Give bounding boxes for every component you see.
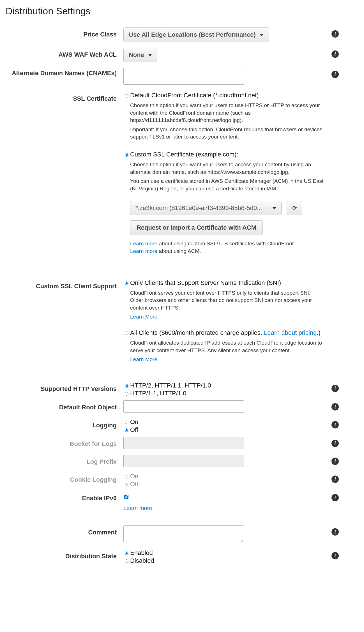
ssl-custom-desc2: You can use a certificate stored in AWS … xyxy=(130,177,325,192)
ssl-custom-desc1: Choose this option if you want your user… xyxy=(130,161,325,176)
learn-more-acm-link[interactable]: Learn more xyxy=(130,248,157,254)
cookie-off-label: Off xyxy=(130,481,138,488)
ssl-cert-value: *.ze3kr.com (81961e0e-a7f3-4390-85b8-5d0… xyxy=(135,204,272,212)
pricing-link[interactable]: Learn about pricing xyxy=(264,329,317,336)
sni-learn-link[interactable]: Learn More xyxy=(130,314,157,320)
chevron-down-icon xyxy=(272,207,276,209)
info-icon[interactable]: i xyxy=(331,476,339,483)
chevron-down-icon xyxy=(148,54,152,56)
chevron-down-icon xyxy=(260,34,264,36)
refresh-button[interactable]: ⟳ xyxy=(287,201,302,215)
comment-label: Comment xyxy=(6,525,123,536)
ssl-custom-label: Custom SSL Certificate (example.com): xyxy=(130,151,238,158)
sni-desc: CloudFront serves your content over HTTP… xyxy=(130,289,325,312)
price-class-select[interactable]: Use All Edge Locations (Best Performance… xyxy=(123,27,269,42)
logging-on-label: On xyxy=(130,418,138,426)
sni-label: Only Clients that Support Server Name In… xyxy=(130,279,281,287)
http11-label: HTTP/1.1, HTTP/1.0 xyxy=(130,390,186,397)
learn-more-ssl-text: about using custom SSL/TLS certificates … xyxy=(157,241,295,246)
request-cert-button[interactable]: Request or Import a Certificate with ACM xyxy=(130,220,263,235)
ssl-custom-radio[interactable] xyxy=(125,153,128,157)
logging-off-label: Off xyxy=(130,426,138,433)
price-class-label: Price Class xyxy=(6,27,123,38)
state-enabled-label: Enabled xyxy=(130,549,153,557)
bucket-logs-label: Bucket for Logs xyxy=(6,437,123,448)
ipv6-label: Enable IPv6 xyxy=(6,491,123,502)
ssl-default-label: Default CloudFront Certificate (*.cloudf… xyxy=(130,92,259,99)
root-object-label: Default Root Object xyxy=(6,400,123,411)
waf-select[interactable]: None xyxy=(123,48,157,62)
all-clients-label-post: .) xyxy=(317,329,320,336)
root-object-input[interactable] xyxy=(123,400,244,413)
logging-label: Logging xyxy=(6,418,123,429)
bucket-logs-input xyxy=(123,437,244,449)
ssl-cert-select[interactable]: *.ze3kr.com (81961e0e-a7f3-4390-85b8-5d0… xyxy=(130,201,282,215)
price-class-value: Use All Edge Locations (Best Performance… xyxy=(129,31,256,38)
state-disabled-label: Disabled xyxy=(130,557,154,564)
info-icon[interactable]: i xyxy=(331,494,339,501)
log-prefix-label: Log Prefix xyxy=(6,455,123,465)
waf-label: AWS WAF Web ACL xyxy=(6,48,123,58)
waf-value: None xyxy=(129,51,144,59)
info-icon[interactable]: i xyxy=(331,50,339,58)
logging-off-radio[interactable] xyxy=(125,428,128,432)
comment-input[interactable] xyxy=(123,525,244,542)
info-icon[interactable]: i xyxy=(331,458,339,465)
ssl-default-radio[interactable] xyxy=(125,94,128,98)
state-enabled-radio[interactable] xyxy=(125,552,128,555)
cnames-input[interactable] xyxy=(123,68,244,85)
ssl-default-desc2: Important: If you choose this option, Cl… xyxy=(130,126,325,141)
info-icon[interactable]: i xyxy=(331,552,339,559)
all-clients-label-pre: All Clients ($600/month prorated charge … xyxy=(130,329,264,336)
ssl-default-desc1: Choose this option if you want your user… xyxy=(130,102,325,124)
learn-more-acm-text: about using ACM. xyxy=(157,248,201,254)
all-clients-learn-link[interactable]: Learn More xyxy=(130,356,157,362)
cnames-label: Alternate Domain Names (CNAMEs) xyxy=(6,68,123,77)
state-label: Distribution State xyxy=(6,549,123,560)
state-disabled-radio[interactable] xyxy=(125,559,128,563)
info-icon[interactable]: i xyxy=(331,528,339,536)
info-icon[interactable]: i xyxy=(331,30,339,38)
http2-label: HTTP/2, HTTP/1.1, HTTP/1.0 xyxy=(130,382,211,389)
http2-radio[interactable] xyxy=(125,384,128,388)
cookie-off-radio xyxy=(125,483,128,486)
cookie-logging-label: Cookie Logging xyxy=(6,473,123,483)
log-prefix-input xyxy=(123,455,244,467)
refresh-icon: ⟳ xyxy=(292,205,297,211)
info-icon[interactable]: i xyxy=(331,71,339,78)
info-icon[interactable]: i xyxy=(331,403,339,410)
client-support-label: Custom SSL Client Support xyxy=(6,279,123,290)
info-icon[interactable]: i xyxy=(331,385,339,392)
http-versions-label: Supported HTTP Versions xyxy=(6,382,123,393)
all-clients-desc: CloudFront allocates dedicated IP addres… xyxy=(130,339,325,354)
cookie-on-label: On xyxy=(130,473,138,480)
sni-radio[interactable] xyxy=(125,282,128,285)
logging-on-radio[interactable] xyxy=(125,421,128,424)
cookie-on-radio xyxy=(125,475,128,479)
all-clients-radio[interactable] xyxy=(125,331,128,335)
info-icon[interactable]: i xyxy=(331,440,339,447)
http11-radio[interactable] xyxy=(125,392,128,396)
info-icon[interactable]: i xyxy=(331,421,339,428)
ipv6-learn-link[interactable]: Learn more xyxy=(123,505,152,511)
ssl-cert-label: SSL Certificate xyxy=(6,92,123,102)
learn-more-ssl-link[interactable]: Learn more xyxy=(130,241,157,246)
ipv6-checkbox[interactable] xyxy=(124,494,129,499)
page-title: Distribution Settings xyxy=(6,6,358,19)
